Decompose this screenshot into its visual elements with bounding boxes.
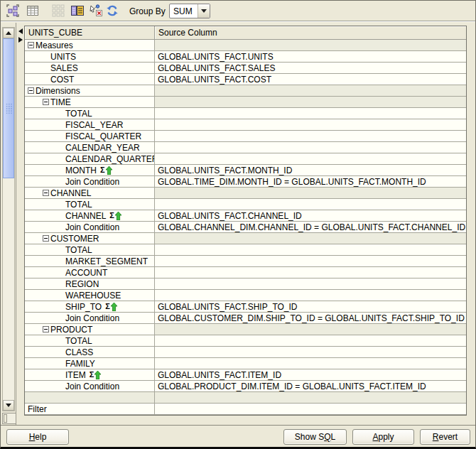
source-column-cell[interactable]: GLOBAL.UNITS_FACT.ITEM_ID [155,369,466,381]
member-name-cell[interactable]: Join Condition [25,176,155,188]
table-row[interactable]: WAREHOUSE [25,290,466,301]
member-name-cell[interactable]: CLASS [25,347,155,358]
table-row[interactable]: FISCAL_YEAR [25,119,466,131]
scroll-up-button[interactable] [3,28,14,38]
member-name-cell[interactable]: Join Condition [25,313,155,324]
member-name-cell[interactable]: TOTAL [25,108,155,119]
source-column-cell[interactable] [155,188,466,199]
member-name-cell[interactable]: ITEMΣ [25,369,155,381]
source-column-cell[interactable] [155,85,466,97]
member-name-cell[interactable]: SHIP_TOΣ [25,301,155,313]
expand-right-button[interactable] [18,36,23,43]
source-column-cell[interactable]: GLOBAL.UNITS_FACT.CHANNEL_ID [155,210,466,222]
source-column-cell[interactable] [155,267,466,278]
member-name-cell[interactable]: COST [25,74,155,85]
dropdown-arrow-button[interactable] [198,4,210,18]
apply-button[interactable]: Apply [352,429,414,445]
source-column-cell[interactable] [155,233,466,244]
revert-button[interactable]: Revert [420,429,470,445]
source-column-cell[interactable]: GLOBAL.UNITS_FACT.MONTH_ID [155,165,466,176]
member-name-cell[interactable]: CALENDAR_YEAR [25,142,155,153]
source-column-cell[interactable] [155,199,466,210]
member-name-cell[interactable]: Dimensions [25,85,155,97]
member-name-cell[interactable]: CHANNEL [25,188,155,199]
table-row[interactable]: Filter [25,404,466,415]
member-name-cell[interactable] [25,392,155,404]
collapse-minus-icon[interactable] [28,87,34,94]
table-row[interactable] [25,392,466,404]
details-panels-icon[interactable] [70,4,85,18]
source-column-cell[interactable] [155,335,466,347]
table-row[interactable]: CHANNEL [25,188,466,199]
source-column-cell[interactable] [155,256,466,267]
source-column-cell[interactable] [155,97,466,108]
left-pane-vertical-scrollbar[interactable] [2,27,15,411]
table-row[interactable]: REGION [25,278,466,290]
table-row[interactable]: TOTAL [25,335,466,347]
table-row[interactable]: PRODUCT [25,324,466,335]
source-column-cell[interactable] [155,40,466,51]
table-row[interactable]: ACCOUNT [25,267,466,278]
group-by-dropdown[interactable]: SUM [169,4,210,18]
table-row[interactable]: TIME [25,97,466,108]
collapse-minus-icon[interactable] [43,235,49,242]
collapse-minus-icon[interactable] [43,190,49,196]
member-name-cell[interactable]: Join Condition [25,222,155,233]
table-row[interactable]: MARKET_SEGMENT [25,256,466,267]
source-column-cell[interactable] [155,347,466,358]
member-name-cell[interactable]: FISCAL_QUARTER [25,131,155,142]
scrollbar-thumb[interactable] [4,414,7,423]
member-name-cell[interactable]: CALENDAR_QUARTER [25,153,155,165]
source-column-cell[interactable] [155,244,466,256]
table-row[interactable]: CLASS [25,347,466,358]
member-name-cell[interactable]: REGION [25,278,155,290]
table-view-icon[interactable] [26,4,40,18]
member-name-cell[interactable]: MONTHΣ [25,165,155,176]
collapse-minus-icon[interactable] [28,42,34,48]
source-column-cell[interactable] [155,131,466,142]
column-header-units-cube[interactable]: UNITS_CUBE [25,26,155,40]
member-name-cell[interactable]: Measures [25,40,155,51]
table-row[interactable]: TOTAL [25,108,466,119]
collapse-minus-icon[interactable] [43,99,49,105]
remove-mapping-icon[interactable] [88,4,104,18]
member-name-cell[interactable]: SALES [25,63,155,74]
table-row[interactable]: Join ConditionGLOBAL.PRODUCT_DIM.ITEM_ID… [25,381,466,392]
source-column-cell[interactable] [155,108,466,119]
pane-splitter[interactable] [16,23,24,425]
filter-row-cell[interactable]: Filter [25,404,155,415]
table-row[interactable]: FISCAL_QUARTER [25,131,466,142]
member-name-cell[interactable]: ACCOUNT [25,267,155,278]
source-column-cell[interactable]: GLOBAL.PRODUCT_DIM.ITEM_ID = GLOBAL.UNIT… [155,381,466,392]
table-row[interactable]: CALENDAR_YEAR [25,142,466,153]
member-name-cell[interactable]: CHANNELΣ [25,210,155,222]
source-column-cell[interactable] [155,290,466,301]
source-column-cell[interactable]: GLOBAL.UNITS_FACT.SHIP_TO_ID [155,301,466,313]
help-button[interactable]: Help [6,429,69,445]
scrollbar-thumb[interactable] [3,38,14,178]
collapse-left-button[interactable] [18,27,23,35]
source-column-cell[interactable]: GLOBAL.UNITS_FACT.COST [155,74,466,85]
member-name-cell[interactable]: TIME [25,97,155,108]
member-name-cell[interactable]: MARKET_SEGMENT [25,256,155,267]
table-row[interactable]: Join ConditionGLOBAL.TIME_DIM.MONTH_ID =… [25,176,466,188]
table-row[interactable]: TOTAL [25,199,466,210]
member-name-cell[interactable]: TOTAL [25,335,155,347]
table-row[interactable]: ITEMΣGLOBAL.UNITS_FACT.ITEM_ID [25,369,466,381]
table-row[interactable]: COSTGLOBAL.UNITS_FACT.COST [25,74,466,85]
refresh-icon[interactable] [105,4,119,18]
source-column-cell[interactable] [155,142,466,153]
table-row[interactable]: CUSTOMER [25,233,466,244]
source-column-cell[interactable] [155,392,466,404]
source-column-cell[interactable] [155,153,466,165]
source-column-cell[interactable]: GLOBAL.TIME_DIM.MONTH_ID = GLOBAL.UNITS_… [155,176,466,188]
table-row[interactable]: SALESGLOBAL.UNITS_FACT.SALES [25,63,466,74]
member-name-cell[interactable]: FISCAL_YEAR [25,119,155,131]
member-name-cell[interactable]: TOTAL [25,199,155,210]
source-column-cell[interactable] [155,119,466,131]
table-row[interactable]: CHANNELΣGLOBAL.UNITS_FACT.CHANNEL_ID [25,210,466,222]
table-row[interactable]: Join ConditionGLOBAL.CUSTOMER_DIM.SHIP_T… [25,313,466,324]
source-column-cell[interactable] [155,404,466,415]
table-row[interactable]: UNITSGLOBAL.UNITS_FACT.UNITS [25,51,466,63]
source-column-cell[interactable]: GLOBAL.UNITS_FACT.SALES [155,63,466,74]
